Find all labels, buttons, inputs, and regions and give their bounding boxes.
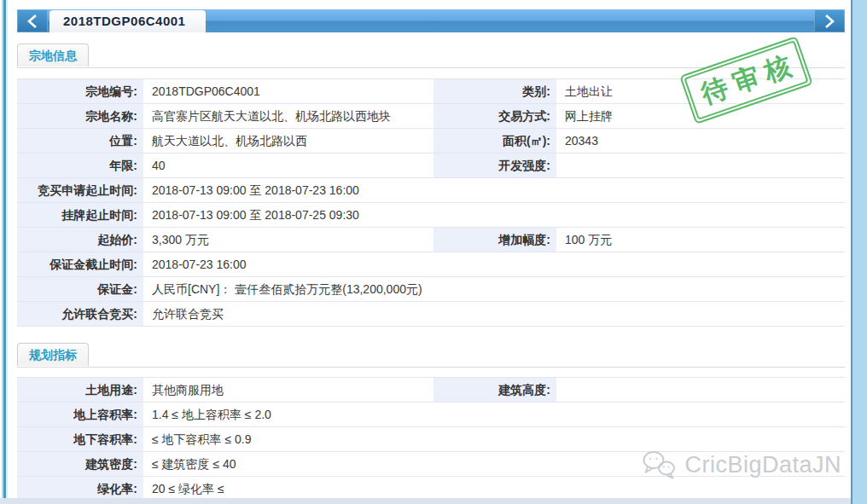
planning-indicators-table: 土地用途:其他商服用地建筑高度:地上容积率:1.4 ≤ 地上容积率 ≤ 2.0地… xyxy=(17,377,845,501)
field-value: 3,300 万元 xyxy=(145,228,434,252)
field-value: 100 万元 xyxy=(558,228,845,252)
table-row: 地下容积率:≤ 地下容积率 ≤ 0.9 xyxy=(17,427,845,452)
field-value: ≤ 地下容积率 ≤ 0.9 xyxy=(145,427,845,451)
field-value: 其他商服用地 xyxy=(145,378,434,402)
field-value xyxy=(558,154,845,177)
field-value: 允许联合竞买 xyxy=(145,302,845,326)
field-label: 保证金: xyxy=(17,277,145,301)
field-label: 增加幅度: xyxy=(434,228,558,252)
table-row: 保证金:人民币[CNY]： 壹仟叁佰贰拾万元整(13,200,000元) xyxy=(17,277,845,302)
table-row: 地上容积率:1.4 ≤ 地上容积率 ≤ 2.0 xyxy=(17,403,845,427)
field-value: 2018-07-13 09:00 至 2018-07-23 16:00 xyxy=(145,178,845,202)
field-label: 位置: xyxy=(17,129,145,153)
field-label: 建筑密度: xyxy=(17,452,145,476)
field-label: 宗地名称: xyxy=(17,104,145,128)
planning-tabstrip: 规划指标 xyxy=(17,343,845,368)
field-label: 绿化率: xyxy=(17,477,145,501)
field-label: 年限: xyxy=(17,154,145,177)
parcel-id-tab[interactable]: 2018TDGP06C4001 xyxy=(49,10,206,32)
field-value: 40 xyxy=(145,154,434,177)
field-label: 面积(㎡): xyxy=(434,129,558,153)
field-label: 类别: xyxy=(434,79,558,103)
right-border-strip xyxy=(852,0,867,504)
field-label: 起始价: xyxy=(17,228,145,252)
field-label: 挂牌起止时间: xyxy=(17,203,145,227)
table-row: 年限:40开发强度: xyxy=(17,154,845,178)
field-label: 地上容积率: xyxy=(17,403,145,426)
tab-planning-indicators[interactable]: 规划指标 xyxy=(17,343,89,366)
field-label: 开发强度: xyxy=(434,154,558,177)
table-row: 竞买申请起止时间:2018-07-13 09:00 至 2018-07-23 1… xyxy=(17,178,845,203)
field-label: 允许联合竞买: xyxy=(17,302,145,326)
field-value: 2018TDGP06C4001 xyxy=(145,79,434,103)
field-label: 竞买申请起止时间: xyxy=(17,178,145,202)
prev-parcel-button[interactable] xyxy=(17,9,48,32)
field-label: 地下容积率: xyxy=(17,427,145,451)
next-row-sliver xyxy=(0,498,867,504)
field-value: 高官寨片区航天大道以北、机场北路以西地块 xyxy=(145,104,434,128)
table-row: 位置:航天大道以北、机场北路以西面积(㎡):20343 xyxy=(17,129,845,154)
watermark: CricBigDataJN xyxy=(641,449,841,480)
field-label: 宗地编号: xyxy=(17,79,145,103)
field-value: 20 ≤ 绿化率 ≤ xyxy=(145,477,845,501)
table-row: 挂牌起止时间:2018-07-13 09:00 至 2018-07-25 09:… xyxy=(17,203,845,228)
parcel-nav-bar: 2018TDGP06C4001 xyxy=(17,9,845,32)
field-value: 20343 xyxy=(558,129,845,153)
parcel-id-label: 2018TDGP06C4001 xyxy=(63,14,185,28)
tab-parcel-info[interactable]: 宗地信息 xyxy=(17,43,89,67)
field-label: 建筑高度: xyxy=(434,378,558,402)
table-row: 允许联合竞买:允许联合竞买 xyxy=(17,302,845,327)
wechat-icon xyxy=(641,449,677,480)
field-value: 2018-07-23 16:00 xyxy=(145,252,845,276)
watermark-text: CricBigDataJN xyxy=(684,452,841,478)
field-label: 土地用途: xyxy=(17,378,145,402)
next-parcel-button[interactable] xyxy=(814,9,845,32)
table-row: 起始价:3,300 万元增加幅度:100 万元 xyxy=(17,228,845,252)
field-value: 1.4 ≤ 地上容积率 ≤ 2.0 xyxy=(145,403,845,426)
table-row: 保证金截止时间:2018-07-23 16:00 xyxy=(17,252,845,277)
field-value: 人民币[CNY]： 壹仟叁佰贰拾万元整(13,200,000元) xyxy=(145,277,845,301)
left-border-inner xyxy=(6,0,8,504)
chevron-right-icon xyxy=(823,14,835,29)
field-label: 交易方式: xyxy=(434,104,558,128)
field-label: 保证金截止时间: xyxy=(17,252,145,276)
chevron-left-icon xyxy=(26,14,38,29)
field-value: 航天大道以北、机场北路以西 xyxy=(145,129,434,153)
table-row: 土地用途:其他商服用地建筑高度: xyxy=(17,378,845,403)
field-value xyxy=(558,378,845,402)
field-value: 2018-07-13 09:00 至 2018-07-25 09:30 xyxy=(145,203,845,227)
